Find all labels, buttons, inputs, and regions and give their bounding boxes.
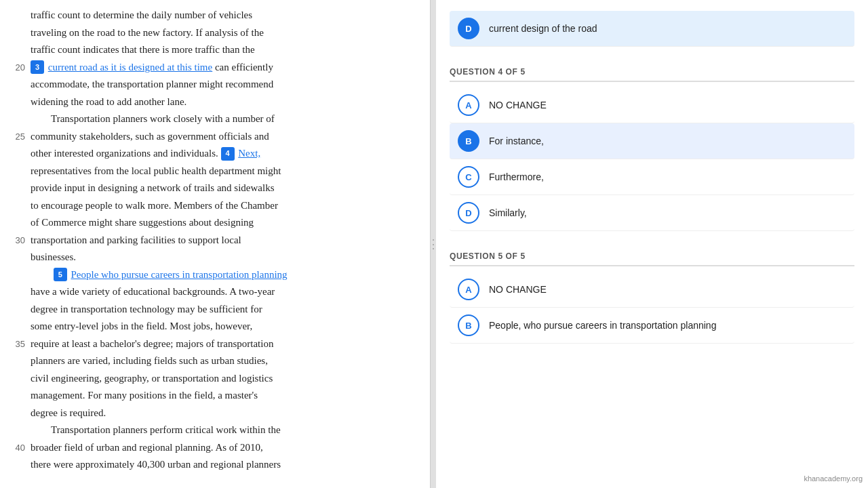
passage-line: community stakeholders, such as governme… [31,128,403,146]
line-num [7,214,31,232]
passage-marker-3[interactable]: 3 [31,60,44,74]
line-num [7,422,31,439]
line-num [7,24,31,42]
line-num [7,197,31,215]
line-num [7,249,31,266]
passage-line: require at least a bachelor's degree; ma… [31,336,403,353]
option-c-q4[interactable]: C Furthermore, [450,159,854,195]
passage-line: businesses. [31,249,403,266]
passage-line: traveling on the road to the new factory… [31,24,403,42]
option-text-b-q5: People, who pursue careers in transporta… [489,320,716,331]
option-circle-b-q5: B [458,314,479,336]
question-5-options: A NO CHANGE B People, who pursue careers… [450,272,854,344]
option-a-q5[interactable]: A NO CHANGE [450,272,854,308]
passage-line: transportation and parking facilities to… [31,232,403,249]
line-num [7,7,31,24]
option-circle-d-q4: D [458,202,479,224]
option-text-b-q4: For instance, [489,136,544,146]
passage-line: broader field of urban and regional plan… [31,439,403,457]
question-4-section: QUESTION 4 OF 5 A NO CHANGE B For instan… [450,67,854,231]
underlined-text-4: Next, [238,148,260,159]
option-text-c-q4: Furthermore, [489,171,544,182]
line-num [7,318,31,336]
line-num [7,163,31,180]
passage-line: 5 People who pursue careers in transport… [31,266,403,284]
line-num [7,266,31,284]
option-text-d-q3: current design of the road [489,23,597,34]
passage-marker-4[interactable]: 4 [221,147,235,161]
passage-line: have a wide variety of educational backg… [31,283,403,301]
line-num [7,387,31,405]
passage-line: 3 current road as it is designed at this… [31,59,403,77]
option-circle-b-q4: B [458,130,479,152]
line-num [7,283,31,301]
passage-line: widening the road to add another lane. [31,94,403,111]
option-b-q4[interactable]: B For instance, [450,123,854,159]
passage-panel: traffic count to determine the daily num… [0,0,431,488]
line-num [7,110,31,128]
line-num-20: 20 [7,59,31,77]
underlined-text-5: People who pursue careers in transportat… [71,269,288,280]
option-text-a-q5: NO CHANGE [489,284,547,295]
watermark: khanacademy.org [804,474,863,483]
question-3-section: D current design of the road [450,11,854,47]
line-num [7,94,31,111]
passage-marker-5[interactable]: 5 [54,268,67,281]
passage-line: management. For many positions in the fi… [31,387,403,405]
passage-line: degree is required. [31,405,403,422]
passage-line: degree in transportation technology may … [31,301,403,319]
passage-line: Transportation planners work closely wit… [31,110,403,128]
option-b-q5[interactable]: B People, who pursue careers in transpor… [450,308,854,344]
passage-line: to encourage people to walk more. Member… [31,197,403,215]
passage-line: traffic count indicates that there is mo… [31,41,403,59]
line-num-40: 40 [7,439,31,457]
passage-line: some entry-level jobs in the field. Most… [31,318,403,336]
passage-line: Transportation planners perform critical… [31,422,403,439]
option-d-q4[interactable]: D Similarly, [450,195,854,231]
question-5-section: QUESTION 5 OF 5 A NO CHANGE B People, wh… [450,251,854,344]
line-num [7,180,31,197]
underlined-text-3: current road as it is designed at this t… [48,62,212,73]
question-5-label: QUESTION 5 OF 5 [450,251,854,266]
line-num [7,352,31,370]
line-num [7,76,31,94]
option-text-d-q4: Similarly, [489,207,527,218]
passage-line: civil engineering, geography, or transpo… [31,370,403,388]
passage-line: other interested organizations and indiv… [31,145,403,163]
question-4-label: QUESTION 4 OF 5 [450,67,854,82]
option-circle-c-q4: C [458,166,479,188]
option-text-a-q4: NO CHANGE [489,100,547,110]
passage-line: planners are varied, including fields su… [31,352,403,370]
option-circle-a-q5: A [458,279,479,300]
passage-line: accommodate, the transportation planner … [31,76,403,94]
line-num [7,456,31,474]
passage-line: traffic count to determine the daily num… [31,7,403,24]
passage-text: can efficiently [215,62,273,73]
option-a-q4[interactable]: A NO CHANGE [450,87,854,123]
line-num-30: 30 [7,232,31,249]
passage-line: there were approximately 40,300 urban an… [31,456,403,474]
line-num-35: 35 [7,336,31,353]
questions-panel: D current design of the road QUESTION 4 … [436,0,868,488]
option-d-q3[interactable]: D current design of the road [450,11,854,47]
panel-divider [431,0,436,488]
option-circle-d-q3: D [458,18,479,39]
line-num [7,405,31,422]
line-num [7,301,31,319]
line-num [7,145,31,163]
passage-line: provide input in designing a network of … [31,180,403,197]
line-num [7,41,31,59]
passage-line: representatives from the local public he… [31,163,403,180]
option-circle-a-q4: A [458,94,479,116]
line-num [7,370,31,388]
question-4-options: A NO CHANGE B For instance, C Furthermor… [450,87,854,231]
passage-line: of Commerce might share suggestions abou… [31,214,403,232]
line-num-25: 25 [7,128,31,146]
